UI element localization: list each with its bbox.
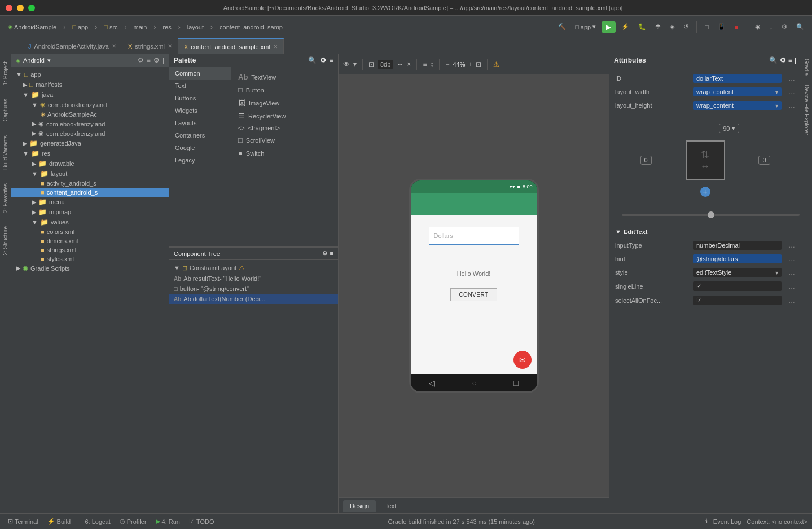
tab-close-strings[interactable]: ✕: [168, 43, 172, 49]
tab-strings[interactable]: X strings.xml ✕: [122, 38, 178, 54]
add-constraint-button[interactable]: +: [700, 187, 710, 197]
project-sort-icon[interactable]: ≡: [147, 56, 151, 64]
android-monitor-icon[interactable]: ◉: [752, 22, 764, 32]
tree-item-package2[interactable]: ▶ ◉ com.ebookfrenzy.and: [11, 119, 169, 129]
constraint-top-value[interactable]: 90 ▾: [719, 124, 739, 133]
palette-cat-google[interactable]: Google: [169, 142, 231, 154]
breadcrumb-res[interactable]: res: [159, 23, 174, 32]
phone-fab-button[interactable]: ✉: [513, 351, 532, 369]
design-connect-icon[interactable]: ↔: [397, 60, 403, 68]
coverage-icon[interactable]: ☂: [652, 22, 664, 32]
palette-cat-containers[interactable]: Containers: [169, 129, 231, 142]
attrs-pin-icon[interactable]: |: [795, 56, 796, 64]
slider-thumb[interactable]: [708, 211, 714, 218]
palette-item-imageview[interactable]: 🖼 ImageView: [235, 96, 335, 109]
tree-item-java[interactable]: ▼ 📁 java: [11, 90, 169, 100]
tree-item-package3[interactable]: ▶ ◉ com.ebookfrenzy.and: [11, 129, 169, 138]
attr-more-style[interactable]: …: [788, 268, 795, 276]
project-gear-icon[interactable]: ⚙: [153, 56, 160, 64]
avd-manager-icon[interactable]: 📱: [714, 22, 729, 32]
project-pin-icon[interactable]: |: [163, 56, 164, 64]
profile-icon[interactable]: ◈: [666, 22, 678, 32]
design-infer-icon[interactable]: ≡: [423, 60, 427, 68]
palette-item-button[interactable]: □ Button: [235, 83, 335, 96]
palette-cat-common[interactable]: Common: [169, 67, 231, 80]
minimize-button[interactable]: [17, 5, 24, 11]
zoom-out-icon[interactable]: −: [445, 60, 449, 68]
sync-icon[interactable]: ↺: [680, 22, 692, 32]
tab-text[interactable]: Text: [378, 500, 403, 512]
tree-item-colors[interactable]: ■ colors.xml: [11, 227, 169, 236]
phone-edit-text-field[interactable]: Dollars: [429, 227, 519, 245]
single-line-checkbox[interactable]: ☑: [696, 283, 702, 290]
build-button[interactable]: ⚡ Build: [44, 517, 74, 526]
attrs-search-icon[interactable]: 🔍: [769, 56, 778, 64]
tree-item-menu[interactable]: ▶ 📁 menu: [11, 197, 169, 207]
tree-item-res[interactable]: ▼ 📁 res: [11, 148, 169, 158]
run-button[interactable]: ▶: [602, 21, 616, 33]
attach-icon[interactable]: 🐛: [635, 22, 649, 32]
back-button[interactable]: ◁: [429, 378, 435, 387]
constraint-left-value[interactable]: 0: [640, 156, 652, 165]
design-clear-icon[interactable]: ×: [407, 60, 411, 68]
phone-convert-button[interactable]: CONVERT: [450, 288, 497, 301]
comp-item-result-text[interactable]: Ab Ab resultText- "Hello World!": [169, 274, 338, 284]
logcat-button[interactable]: ≡ 6: Logcat: [76, 517, 114, 526]
attr-more-width[interactable]: …: [788, 88, 795, 96]
tree-item-generated-java[interactable]: ▶ 📁 generatedJava: [11, 138, 169, 148]
attr-value-layout-width[interactable]: wrap_content ▾: [693, 87, 782, 96]
attr-more-id[interactable]: …: [788, 74, 795, 82]
palette-cat-legacy[interactable]: Legacy: [169, 154, 231, 166]
attr-more-input-type[interactable]: …: [788, 241, 795, 249]
tree-item-manifests[interactable]: ▶ □ manifests: [11, 80, 169, 90]
palette-settings-icon[interactable]: ⚙: [320, 56, 326, 64]
recents-button[interactable]: □: [513, 378, 518, 387]
palette-item-recyclerview[interactable]: ☰ RecyclerView: [235, 109, 335, 122]
sdktools-icon[interactable]: ↓: [766, 23, 776, 32]
comp-item-constraint[interactable]: ▼ ⊞ ConstraintLayout ⚠: [169, 262, 338, 274]
maximize-button[interactable]: [28, 5, 35, 11]
tree-item-drawable[interactable]: ▶ 📁 drawable: [11, 158, 169, 169]
tab-java[interactable]: J AndroidSampleActivity.java ✕: [23, 38, 122, 54]
sidebar-project-tab[interactable]: 1: Project: [1, 57, 10, 90]
palette-sort-icon[interactable]: ≡: [330, 56, 333, 64]
project-name[interactable]: ◈ AndroidSample: [5, 22, 60, 32]
tree-item-app[interactable]: ▼ □ app: [11, 69, 169, 80]
layout-width-dropdown-icon[interactable]: ▾: [775, 89, 778, 95]
bias-slider[interactable]: [622, 214, 800, 216]
breadcrumb-layout[interactable]: layout: [184, 23, 207, 32]
breadcrumb-app[interactable]: □ app: [69, 23, 91, 32]
select-all-checkbox[interactable]: ☑: [696, 297, 702, 304]
tab-close-java[interactable]: ✕: [112, 43, 116, 49]
design-eye-icon[interactable]: 👁: [343, 60, 350, 68]
comp-tree-settings-icon[interactable]: ⚙: [322, 250, 328, 257]
attr-more-hint[interactable]: …: [788, 255, 795, 263]
constraint-top-dropdown[interactable]: ▾: [732, 125, 735, 132]
attr-value-style[interactable]: editTextStyle ▾: [693, 268, 782, 277]
attr-more-single-line[interactable]: …: [788, 283, 795, 290]
sidebar-captures-tab[interactable]: Captures: [1, 94, 10, 126]
breadcrumb-main[interactable]: main: [130, 23, 151, 32]
tab-close-xml[interactable]: ✕: [273, 43, 278, 50]
palette-item-switch[interactable]: ● Switch: [235, 147, 335, 160]
design-dropdown-eye[interactable]: ▾: [353, 60, 357, 68]
palette-cat-text[interactable]: Text: [169, 80, 231, 92]
tree-item-activity[interactable]: ◈ AndroidSampleAc: [11, 109, 169, 119]
palette-cat-layouts[interactable]: Layouts: [169, 117, 231, 129]
stop-icon[interactable]: ■: [731, 23, 742, 32]
tree-item-styles[interactable]: ■ styles.xml: [11, 254, 169, 263]
attr-value-select-all[interactable]: ☑: [693, 296, 782, 305]
zoom-fit-icon[interactable]: ⊡: [476, 60, 481, 68]
breadcrumb-file[interactable]: content_android_samp: [216, 23, 286, 32]
attr-value-single-line[interactable]: ☑: [693, 281, 782, 291]
layout-height-dropdown-icon[interactable]: ▾: [775, 103, 778, 109]
sidebar-structure-tab[interactable]: 2: Structure: [1, 222, 10, 260]
tree-item-strings[interactable]: ■ strings.xml: [11, 245, 169, 254]
edittext-section-header[interactable]: ▼ EditText: [609, 225, 801, 239]
home-button[interactable]: ○: [472, 378, 477, 387]
zoom-in-icon[interactable]: +: [468, 60, 472, 68]
comp-tree-sort-icon[interactable]: ≡: [330, 250, 333, 257]
hammer-icon[interactable]: 🔨: [555, 22, 569, 32]
device-file-explorer-tab[interactable]: Device File Explorer: [802, 80, 811, 139]
design-align-icon[interactable]: ↕: [430, 60, 433, 68]
